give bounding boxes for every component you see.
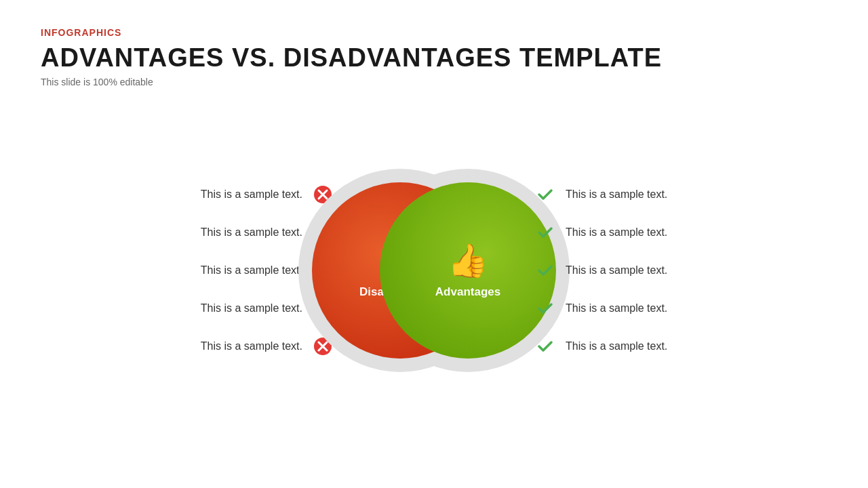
list-item: This is a sample text. [41, 176, 332, 214]
slide: Infographics ADVANTAGES VS. DISADVANTAGE… [0, 0, 868, 488]
right-item-text-3: This is a sample text. [566, 264, 667, 277]
list-item: This is a sample text. [536, 289, 827, 327]
disadvantages-list: This is a sample text. This is a sample … [41, 176, 332, 365]
right-item-text-2: This is a sample text. [566, 226, 667, 239]
advantages-circle: 👍 Advantages [380, 182, 556, 359]
advantages-label: Advantages [435, 285, 500, 299]
advantages-list: This is a sample text. This is a sample … [536, 176, 827, 365]
thumbs-up-icon: 👍 [448, 242, 488, 280]
main-title: ADVANTAGES VS. DISADVANTAGES TEMPLATE [41, 43, 827, 73]
subtitle: This slide is 100% editable [41, 77, 827, 87]
venn-diagram: 👎 Disadvantages 👍 Advantages [292, 148, 576, 392]
left-item-text-5: This is a sample text. [201, 340, 302, 352]
list-item: This is a sample text. [536, 327, 827, 365]
check-icon-5 [536, 337, 555, 356]
left-item-text-1: This is a sample text. [201, 188, 302, 201]
list-item: This is a sample text. [536, 251, 827, 289]
list-item: This is a sample text. [536, 214, 827, 251]
header-section: Infographics ADVANTAGES VS. DISADVANTAGE… [41, 27, 827, 87]
list-item: This is a sample text. [41, 214, 332, 251]
left-item-text-3: This is a sample text. [201, 264, 302, 277]
check-icon-2 [536, 223, 555, 242]
right-item-text-4: This is a sample text. [566, 302, 667, 314]
list-item: This is a sample text. [41, 251, 332, 289]
right-item-text-1: This is a sample text. [566, 188, 667, 201]
check-icon-3 [536, 261, 555, 280]
left-item-text-2: This is a sample text. [201, 226, 302, 239]
list-item: This is a sample text. [41, 327, 332, 365]
list-item: This is a sample text. [41, 289, 332, 327]
category-label: Infographics [41, 27, 827, 38]
left-item-text-4: This is a sample text. [201, 302, 302, 314]
right-item-text-5: This is a sample text. [566, 340, 667, 352]
venn-outer: 👎 Disadvantages 👍 Advantages [292, 148, 576, 392]
list-item: This is a sample text. [536, 176, 827, 214]
check-icon-1 [536, 185, 555, 204]
check-icon-4 [536, 299, 555, 318]
content-area: This is a sample text. This is a sample … [41, 108, 827, 433]
